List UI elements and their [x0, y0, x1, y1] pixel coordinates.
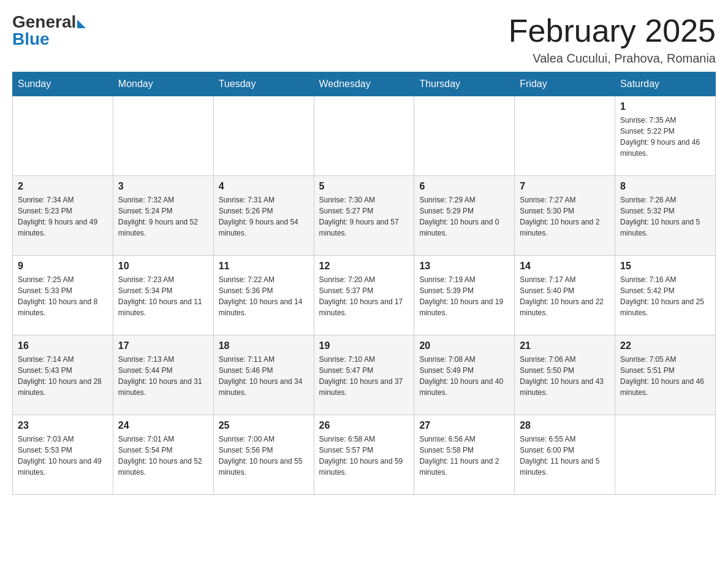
calendar-cell: 21Sunrise: 7:06 AM Sunset: 5:50 PM Dayli…: [515, 335, 615, 415]
calendar-week-3: 9Sunrise: 7:25 AM Sunset: 5:33 PM Daylig…: [13, 256, 716, 335]
day-info: Sunrise: 7:25 AM Sunset: 5:33 PM Dayligh…: [18, 274, 108, 318]
calendar-cell: 4Sunrise: 7:31 AM Sunset: 5:26 PM Daylig…: [213, 176, 314, 256]
page-header: General Blue February 2025 Valea Cucului…: [12, 12, 716, 66]
day-number: 27: [419, 420, 509, 431]
calendar-cell: 2Sunrise: 7:34 AM Sunset: 5:23 PM Daylig…: [13, 176, 113, 256]
day-info: Sunrise: 6:58 AM Sunset: 5:57 PM Dayligh…: [319, 434, 409, 478]
calendar-cell: [113, 96, 213, 176]
day-info: Sunrise: 7:14 AM Sunset: 5:43 PM Dayligh…: [18, 354, 108, 398]
day-number: 11: [219, 261, 309, 272]
calendar-cell: 5Sunrise: 7:30 AM Sunset: 5:27 PM Daylig…: [314, 176, 414, 256]
calendar-cell: 7Sunrise: 7:27 AM Sunset: 5:30 PM Daylig…: [515, 176, 615, 256]
calendar-cell: 9Sunrise: 7:25 AM Sunset: 5:33 PM Daylig…: [13, 256, 113, 335]
calendar-week-1: 1Sunrise: 7:35 AM Sunset: 5:22 PM Daylig…: [13, 96, 716, 176]
logo: General Blue: [12, 12, 86, 49]
calendar-cell: 16Sunrise: 7:14 AM Sunset: 5:43 PM Dayli…: [13, 335, 113, 415]
calendar-week-4: 16Sunrise: 7:14 AM Sunset: 5:43 PM Dayli…: [13, 335, 716, 415]
calendar-week-5: 23Sunrise: 7:03 AM Sunset: 5:53 PM Dayli…: [13, 415, 716, 495]
calendar-table: SundayMondayTuesdayWednesdayThursdayFrid…: [12, 72, 716, 495]
month-title: February 2025: [509, 12, 716, 49]
weekday-header-sunday: Sunday: [13, 72, 113, 96]
day-number: 25: [219, 420, 309, 431]
day-info: Sunrise: 7:10 AM Sunset: 5:47 PM Dayligh…: [319, 354, 409, 398]
calendar-cell: [314, 96, 414, 176]
day-info: Sunrise: 6:56 AM Sunset: 5:58 PM Dayligh…: [419, 434, 509, 478]
day-number: 16: [18, 340, 108, 351]
day-number: 5: [319, 181, 409, 192]
day-number: 19: [319, 340, 409, 351]
title-section: February 2025 Valea Cucului, Prahova, Ro…: [509, 12, 716, 66]
calendar-cell: 14Sunrise: 7:17 AM Sunset: 5:40 PM Dayli…: [515, 256, 615, 335]
calendar-cell: 17Sunrise: 7:13 AM Sunset: 5:44 PM Dayli…: [113, 335, 213, 415]
day-number: 13: [419, 261, 509, 272]
calendar-cell: 28Sunrise: 6:55 AM Sunset: 6:00 PM Dayli…: [515, 415, 615, 495]
day-number: 26: [319, 420, 409, 431]
day-number: 24: [118, 420, 208, 431]
day-number: 10: [118, 261, 208, 272]
weekday-header-row: SundayMondayTuesdayWednesdayThursdayFrid…: [13, 72, 716, 96]
day-info: Sunrise: 7:08 AM Sunset: 5:49 PM Dayligh…: [419, 354, 509, 398]
day-info: Sunrise: 7:29 AM Sunset: 5:29 PM Dayligh…: [419, 194, 509, 239]
calendar-cell: 27Sunrise: 6:56 AM Sunset: 5:58 PM Dayli…: [414, 415, 515, 495]
calendar-cell: 12Sunrise: 7:20 AM Sunset: 5:37 PM Dayli…: [314, 256, 414, 335]
calendar-cell: 25Sunrise: 7:00 AM Sunset: 5:56 PM Dayli…: [213, 415, 314, 495]
day-info: Sunrise: 7:03 AM Sunset: 5:53 PM Dayligh…: [18, 434, 108, 478]
day-info: Sunrise: 7:27 AM Sunset: 5:30 PM Dayligh…: [520, 194, 610, 239]
day-number: 14: [520, 261, 610, 272]
day-number: 3: [118, 181, 208, 192]
calendar-cell: 22Sunrise: 7:05 AM Sunset: 5:51 PM Dayli…: [615, 335, 716, 415]
calendar-cell: 24Sunrise: 7:01 AM Sunset: 5:54 PM Dayli…: [113, 415, 213, 495]
day-info: Sunrise: 7:26 AM Sunset: 5:32 PM Dayligh…: [620, 194, 710, 239]
day-number: 23: [18, 420, 108, 431]
day-number: 4: [219, 181, 309, 192]
calendar-week-2: 2Sunrise: 7:34 AM Sunset: 5:23 PM Daylig…: [13, 176, 716, 256]
day-number: 15: [620, 261, 710, 272]
day-info: Sunrise: 7:01 AM Sunset: 5:54 PM Dayligh…: [118, 434, 208, 478]
day-info: Sunrise: 7:06 AM Sunset: 5:50 PM Dayligh…: [520, 354, 610, 398]
day-info: Sunrise: 7:05 AM Sunset: 5:51 PM Dayligh…: [620, 354, 710, 398]
day-info: Sunrise: 7:13 AM Sunset: 5:44 PM Dayligh…: [118, 354, 208, 398]
calendar-cell: [515, 96, 615, 176]
day-info: Sunrise: 6:55 AM Sunset: 6:00 PM Dayligh…: [520, 434, 610, 478]
weekday-header-monday: Monday: [113, 72, 213, 96]
calendar-cell: 11Sunrise: 7:22 AM Sunset: 5:36 PM Dayli…: [213, 256, 314, 335]
day-number: 20: [419, 340, 509, 351]
day-info: Sunrise: 7:19 AM Sunset: 5:39 PM Dayligh…: [419, 274, 509, 318]
location-text: Valea Cucului, Prahova, Romania: [509, 52, 716, 66]
calendar-cell: 6Sunrise: 7:29 AM Sunset: 5:29 PM Daylig…: [414, 176, 515, 256]
day-number: 12: [319, 261, 409, 272]
day-info: Sunrise: 7:23 AM Sunset: 5:34 PM Dayligh…: [118, 274, 208, 318]
day-number: 2: [18, 181, 108, 192]
day-info: Sunrise: 7:34 AM Sunset: 5:23 PM Dayligh…: [18, 194, 108, 239]
day-info: Sunrise: 7:31 AM Sunset: 5:26 PM Dayligh…: [219, 194, 309, 239]
calendar-cell: 19Sunrise: 7:10 AM Sunset: 5:47 PM Dayli…: [314, 335, 414, 415]
weekday-header-wednesday: Wednesday: [314, 72, 414, 96]
calendar-cell: 20Sunrise: 7:08 AM Sunset: 5:49 PM Dayli…: [414, 335, 515, 415]
day-number: 22: [620, 340, 710, 351]
day-number: 28: [520, 420, 610, 431]
calendar-cell: 23Sunrise: 7:03 AM Sunset: 5:53 PM Dayli…: [13, 415, 113, 495]
day-info: Sunrise: 7:17 AM Sunset: 5:40 PM Dayligh…: [520, 274, 610, 318]
calendar-cell: 13Sunrise: 7:19 AM Sunset: 5:39 PM Dayli…: [414, 256, 515, 335]
day-number: 1: [620, 101, 710, 112]
weekday-header-saturday: Saturday: [615, 72, 716, 96]
day-number: 6: [419, 181, 509, 192]
day-info: Sunrise: 7:30 AM Sunset: 5:27 PM Dayligh…: [319, 194, 409, 239]
weekday-header-tuesday: Tuesday: [213, 72, 314, 96]
weekday-header-thursday: Thursday: [414, 72, 515, 96]
day-info: Sunrise: 7:16 AM Sunset: 5:42 PM Dayligh…: [620, 274, 710, 318]
calendar-cell: 1Sunrise: 7:35 AM Sunset: 5:22 PM Daylig…: [615, 96, 716, 176]
calendar-cell: 18Sunrise: 7:11 AM Sunset: 5:46 PM Dayli…: [213, 335, 314, 415]
calendar-cell: 10Sunrise: 7:23 AM Sunset: 5:34 PM Dayli…: [113, 256, 213, 335]
calendar-cell: [414, 96, 515, 176]
weekday-header-friday: Friday: [515, 72, 615, 96]
day-number: 21: [520, 340, 610, 351]
day-number: 8: [620, 181, 710, 192]
day-info: Sunrise: 7:11 AM Sunset: 5:46 PM Dayligh…: [219, 354, 309, 398]
day-info: Sunrise: 7:00 AM Sunset: 5:56 PM Dayligh…: [219, 434, 309, 478]
calendar-cell: 8Sunrise: 7:26 AM Sunset: 5:32 PM Daylig…: [615, 176, 716, 256]
day-number: 9: [18, 261, 108, 272]
calendar-cell: 26Sunrise: 6:58 AM Sunset: 5:57 PM Dayli…: [314, 415, 414, 495]
day-number: 18: [219, 340, 309, 351]
logo-blue-text: Blue: [12, 29, 50, 49]
